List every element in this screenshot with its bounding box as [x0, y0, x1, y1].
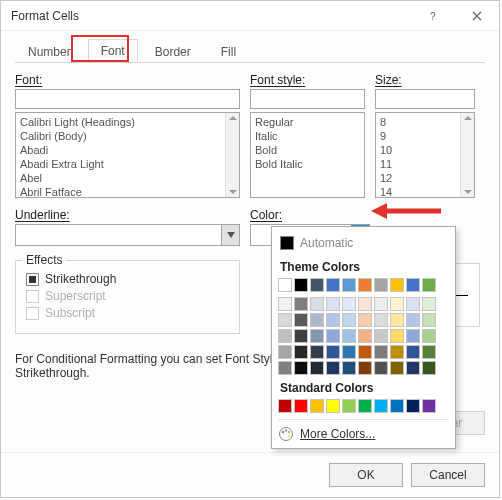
- cancel-button[interactable]: Cancel: [411, 463, 485, 487]
- color-swatch[interactable]: [406, 329, 420, 343]
- color-swatch[interactable]: [342, 399, 356, 413]
- list-item[interactable]: Abadi Extra Light: [20, 157, 235, 171]
- font-style-input[interactable]: [250, 89, 365, 109]
- color-swatch[interactable]: [422, 278, 436, 292]
- list-item[interactable]: Italic: [255, 129, 360, 143]
- color-swatch[interactable]: [390, 297, 404, 311]
- color-dropdown[interactable]: Automatic Theme Colors Standard Colors M…: [271, 226, 456, 449]
- scrollbar[interactable]: [460, 113, 474, 197]
- strikethrough-check[interactable]: Strikethrough: [26, 272, 229, 286]
- color-swatch[interactable]: [422, 329, 436, 343]
- color-swatch[interactable]: [358, 361, 372, 375]
- color-swatch[interactable]: [422, 313, 436, 327]
- ok-button[interactable]: OK: [329, 463, 403, 487]
- color-swatch[interactable]: [342, 361, 356, 375]
- font-input[interactable]: [15, 89, 240, 109]
- chevron-down-icon[interactable]: [221, 225, 239, 245]
- color-swatch[interactable]: [326, 297, 340, 311]
- color-swatch[interactable]: [422, 361, 436, 375]
- color-swatch[interactable]: [358, 313, 372, 327]
- color-swatch[interactable]: [278, 345, 292, 359]
- subscript-check[interactable]: Subscript: [26, 306, 229, 320]
- color-swatch[interactable]: [390, 399, 404, 413]
- color-swatch[interactable]: [278, 329, 292, 343]
- list-item[interactable]: Abadi: [20, 143, 235, 157]
- color-swatch[interactable]: [310, 345, 324, 359]
- color-swatch[interactable]: [294, 278, 308, 292]
- list-item[interactable]: 14: [380, 185, 470, 198]
- color-swatch[interactable]: [358, 278, 372, 292]
- color-swatch[interactable]: [390, 278, 404, 292]
- font-style-list[interactable]: Regular Italic Bold Bold Italic: [250, 112, 365, 198]
- list-item[interactable]: Calibri (Body): [20, 129, 235, 143]
- color-swatch[interactable]: [374, 297, 388, 311]
- list-item[interactable]: Calibri Light (Headings): [20, 115, 235, 129]
- font-list[interactable]: Calibri Light (Headings) Calibri (Body) …: [15, 112, 240, 198]
- color-swatch[interactable]: [326, 399, 340, 413]
- color-swatch[interactable]: [326, 278, 340, 292]
- color-swatch[interactable]: [406, 361, 420, 375]
- color-swatch[interactable]: [326, 313, 340, 327]
- color-swatch[interactable]: [342, 345, 356, 359]
- color-swatch[interactable]: [406, 313, 420, 327]
- color-swatch[interactable]: [390, 345, 404, 359]
- color-swatch[interactable]: [422, 399, 436, 413]
- list-item[interactable]: 10: [380, 143, 470, 157]
- color-swatch[interactable]: [358, 345, 372, 359]
- list-item[interactable]: Bold: [255, 143, 360, 157]
- superscript-check[interactable]: Superscript: [26, 289, 229, 303]
- color-swatch[interactable]: [294, 297, 308, 311]
- color-swatch[interactable]: [406, 345, 420, 359]
- list-item[interactable]: 12: [380, 171, 470, 185]
- color-swatch[interactable]: [326, 345, 340, 359]
- color-swatch[interactable]: [342, 329, 356, 343]
- underline-combo[interactable]: [15, 224, 240, 246]
- help-button[interactable]: ?: [411, 1, 455, 31]
- color-swatch[interactable]: [294, 329, 308, 343]
- color-swatch[interactable]: [374, 399, 388, 413]
- more-colors-option[interactable]: More Colors...: [278, 419, 449, 442]
- list-item[interactable]: Bold Italic: [255, 157, 360, 171]
- color-swatch[interactable]: [310, 313, 324, 327]
- color-swatch[interactable]: [374, 361, 388, 375]
- color-swatch[interactable]: [278, 399, 292, 413]
- close-button[interactable]: [455, 1, 499, 31]
- color-swatch[interactable]: [390, 313, 404, 327]
- color-swatch[interactable]: [406, 278, 420, 292]
- color-swatch[interactable]: [358, 297, 372, 311]
- color-swatch[interactable]: [310, 329, 324, 343]
- color-swatch[interactable]: [342, 297, 356, 311]
- color-swatch[interactable]: [406, 399, 420, 413]
- color-swatch[interactable]: [294, 399, 308, 413]
- color-swatch[interactable]: [278, 313, 292, 327]
- list-item[interactable]: Regular: [255, 115, 360, 129]
- color-swatch[interactable]: [294, 345, 308, 359]
- color-swatch[interactable]: [342, 313, 356, 327]
- list-item[interactable]: 8: [380, 115, 470, 129]
- color-swatch[interactable]: [294, 313, 308, 327]
- color-swatch[interactable]: [278, 297, 292, 311]
- color-swatch[interactable]: [342, 278, 356, 292]
- color-swatch[interactable]: [422, 345, 436, 359]
- color-swatch[interactable]: [374, 329, 388, 343]
- tab-fill[interactable]: Fill: [208, 40, 249, 63]
- list-item[interactable]: 11: [380, 157, 470, 171]
- tab-border[interactable]: Border: [142, 40, 204, 63]
- color-swatch[interactable]: [374, 278, 388, 292]
- automatic-option[interactable]: Automatic: [278, 233, 449, 256]
- color-swatch[interactable]: [390, 329, 404, 343]
- color-swatch[interactable]: [422, 297, 436, 311]
- color-swatch[interactable]: [278, 361, 292, 375]
- color-swatch[interactable]: [358, 399, 372, 413]
- list-item[interactable]: Abel: [20, 171, 235, 185]
- color-swatch[interactable]: [310, 399, 324, 413]
- color-swatch[interactable]: [326, 361, 340, 375]
- color-swatch[interactable]: [294, 361, 308, 375]
- color-swatch[interactable]: [326, 329, 340, 343]
- color-swatch[interactable]: [310, 297, 324, 311]
- size-input[interactable]: [375, 89, 475, 109]
- color-swatch[interactable]: [374, 313, 388, 327]
- color-swatch[interactable]: [278, 278, 292, 292]
- color-swatch[interactable]: [406, 297, 420, 311]
- list-item[interactable]: 9: [380, 129, 470, 143]
